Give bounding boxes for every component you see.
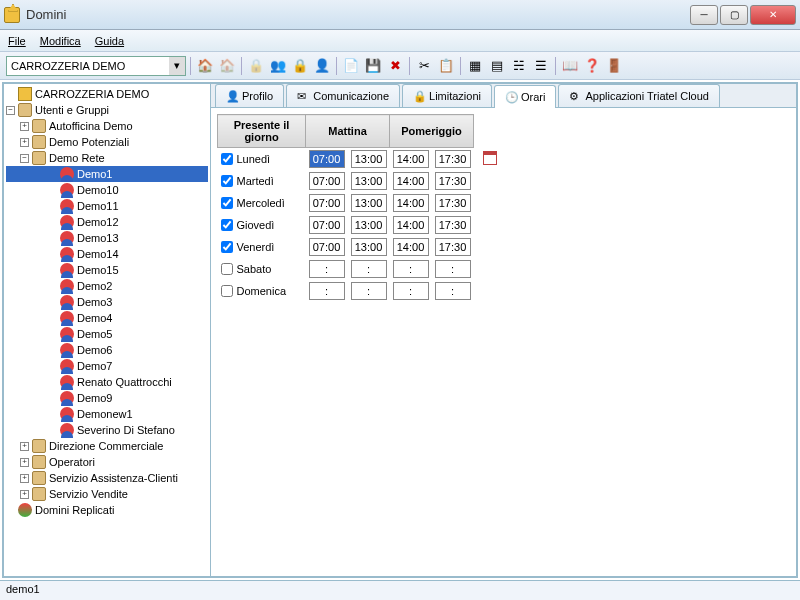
new-icon[interactable]: 📄 <box>341 56 361 76</box>
tree-node[interactable]: +Demo Potenziali <box>6 134 208 150</box>
afternoon-start-input[interactable] <box>393 282 429 300</box>
exit-icon[interactable]: 🚪 <box>604 56 624 76</box>
day-checkbox[interactable] <box>221 153 233 165</box>
morning-start-input[interactable] <box>309 172 345 190</box>
tab-orari[interactable]: 🕒Orari <box>494 85 556 108</box>
book-icon[interactable]: 📖 <box>560 56 580 76</box>
afternoon-end-input[interactable] <box>435 260 471 278</box>
tab-profilo[interactable]: 👤Profilo <box>215 84 284 107</box>
tree-node[interactable]: Demo13 <box>6 230 208 246</box>
expand-icon[interactable]: − <box>6 106 15 115</box>
tree-node[interactable]: Demo14 <box>6 246 208 262</box>
view1-icon[interactable]: ▦ <box>465 56 485 76</box>
tab-limitazioni[interactable]: 🔒Limitazioni <box>402 84 492 107</box>
view2-icon[interactable]: ▤ <box>487 56 507 76</box>
view4-icon[interactable]: ☰ <box>531 56 551 76</box>
tree-node[interactable]: +Autofficina Demo <box>6 118 208 134</box>
view3-icon[interactable]: ☵ <box>509 56 529 76</box>
tree-node[interactable]: Demo11 <box>6 198 208 214</box>
tree-node[interactable]: Demo6 <box>6 342 208 358</box>
expand-icon[interactable]: + <box>20 490 29 499</box>
afternoon-start-input[interactable] <box>393 260 429 278</box>
menu-modifica[interactable]: Modifica <box>40 35 81 47</box>
tree-node[interactable]: Demo9 <box>6 390 208 406</box>
tree-node[interactable]: +Operatori <box>6 454 208 470</box>
tree-node[interactable]: +Servizio Vendite <box>6 486 208 502</box>
morning-end-input[interactable] <box>351 150 387 168</box>
afternoon-start-input[interactable] <box>393 150 429 168</box>
calendar-icon[interactable] <box>483 151 497 165</box>
afternoon-end-input[interactable] <box>435 216 471 234</box>
morning-end-input[interactable] <box>351 216 387 234</box>
afternoon-end-input[interactable] <box>435 150 471 168</box>
expand-icon[interactable]: + <box>20 138 29 147</box>
afternoon-start-input[interactable] <box>393 216 429 234</box>
expand-icon[interactable]: + <box>20 458 29 467</box>
domain-combo[interactable]: CARROZZERIA DEMO ▾ <box>6 56 186 76</box>
tree-node[interactable]: −Utenti e Gruppi <box>6 102 208 118</box>
cut-icon[interactable]: ✂ <box>414 56 434 76</box>
user-remove-icon[interactable]: 👤 <box>312 56 332 76</box>
day-checkbox[interactable] <box>221 285 233 297</box>
tree-node[interactable]: Demonew1 <box>6 406 208 422</box>
morning-end-input[interactable] <box>351 238 387 256</box>
save-icon[interactable]: 💾 <box>363 56 383 76</box>
tree-node[interactable]: Demo1 <box>6 166 208 182</box>
tree-node[interactable]: Demo2 <box>6 278 208 294</box>
home-icon[interactable]: 🏠 <box>195 56 215 76</box>
day-checkbox[interactable] <box>221 175 233 187</box>
maximize-button[interactable]: ▢ <box>720 5 748 25</box>
tab-comunicazione[interactable]: ✉Comunicazione <box>286 84 400 107</box>
home-out-icon[interactable]: 🏠 <box>217 56 237 76</box>
expand-icon[interactable]: − <box>20 154 29 163</box>
expand-icon[interactable]: + <box>20 442 29 451</box>
day-checkbox[interactable] <box>221 263 233 275</box>
morning-end-input[interactable] <box>351 194 387 212</box>
day-checkbox[interactable] <box>221 241 233 253</box>
afternoon-end-input[interactable] <box>435 194 471 212</box>
morning-end-input[interactable] <box>351 172 387 190</box>
menu-guida[interactable]: Guida <box>95 35 124 47</box>
day-checkbox[interactable] <box>221 197 233 209</box>
expand-icon[interactable]: + <box>20 122 29 131</box>
chevron-down-icon[interactable]: ▾ <box>169 57 185 75</box>
tree-node[interactable]: Demo12 <box>6 214 208 230</box>
morning-end-input[interactable] <box>351 260 387 278</box>
minimize-button[interactable]: ─ <box>690 5 718 25</box>
tree-node[interactable]: Demo5 <box>6 326 208 342</box>
tree-node[interactable]: Demo7 <box>6 358 208 374</box>
tree-node[interactable]: Severino Di Stefano <box>6 422 208 438</box>
morning-start-input[interactable] <box>309 238 345 256</box>
help-icon[interactable]: ❓ <box>582 56 602 76</box>
tab-cloud[interactable]: ⚙Applicazioni Triatel Cloud <box>558 84 720 107</box>
tree-node[interactable]: Renato Quattrocchi <box>6 374 208 390</box>
tree[interactable]: CARROZZERIA DEMO−Utenti e Gruppi+Autoffi… <box>4 84 211 576</box>
tree-node[interactable]: Domini Replicati <box>6 502 208 518</box>
delete-icon[interactable]: ✖ <box>385 56 405 76</box>
lock-grey-icon[interactable]: 🔒 <box>246 56 266 76</box>
copy-icon[interactable]: 📋 <box>436 56 456 76</box>
tree-node[interactable]: +Servizio Assistenza-Clienti <box>6 470 208 486</box>
expand-icon[interactable]: + <box>20 474 29 483</box>
day-checkbox[interactable] <box>221 219 233 231</box>
morning-end-input[interactable] <box>351 282 387 300</box>
morning-start-input[interactable] <box>309 260 345 278</box>
tree-node[interactable]: +Direzione Commerciale <box>6 438 208 454</box>
tree-node[interactable]: Demo15 <box>6 262 208 278</box>
afternoon-start-input[interactable] <box>393 194 429 212</box>
lock-icon[interactable]: 🔒 <box>290 56 310 76</box>
afternoon-start-input[interactable] <box>393 172 429 190</box>
tree-node[interactable]: Demo3 <box>6 294 208 310</box>
tree-node[interactable]: CARROZZERIA DEMO <box>6 86 208 102</box>
morning-start-input[interactable] <box>309 282 345 300</box>
afternoon-end-input[interactable] <box>435 282 471 300</box>
tree-node[interactable]: Demo4 <box>6 310 208 326</box>
afternoon-end-input[interactable] <box>435 172 471 190</box>
close-button[interactable]: ✕ <box>750 5 796 25</box>
tree-node[interactable]: −Demo Rete <box>6 150 208 166</box>
tree-node[interactable]: Demo10 <box>6 182 208 198</box>
menu-file[interactable]: File <box>8 35 26 47</box>
morning-start-input[interactable] <box>309 150 345 168</box>
afternoon-start-input[interactable] <box>393 238 429 256</box>
afternoon-end-input[interactable] <box>435 238 471 256</box>
